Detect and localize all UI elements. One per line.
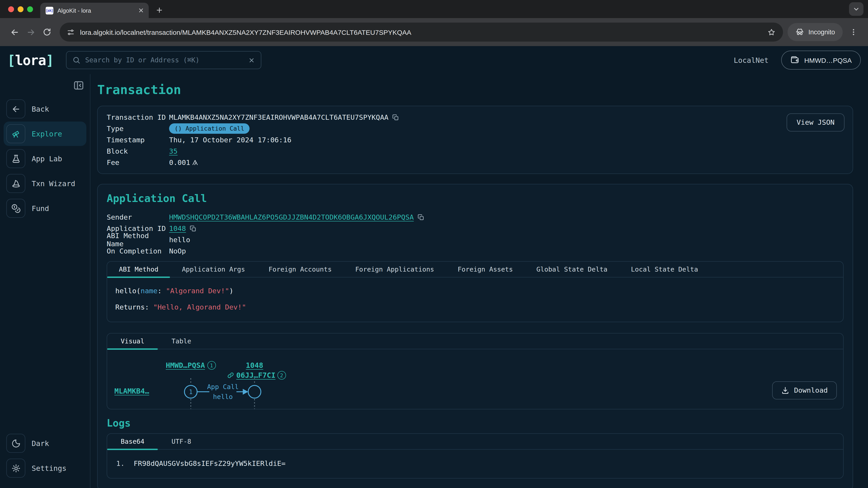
- abi-method-row: ABI Method Name hello: [107, 234, 844, 246]
- copy-icon[interactable]: [417, 214, 425, 221]
- tab-table[interactable]: Table: [158, 333, 205, 349]
- reload-icon[interactable]: [39, 24, 55, 40]
- tab-application-args[interactable]: Application Args: [170, 262, 257, 277]
- log-entry-index: 1.: [116, 459, 125, 468]
- tab-local-state-delta[interactable]: Local State Delta: [619, 262, 710, 277]
- sidebar-item-back[interactable]: Back: [4, 97, 86, 121]
- sidebar-item-fund[interactable]: Fund: [4, 196, 86, 221]
- sidebar-item-theme-toggle[interactable]: Dark: [4, 431, 86, 455]
- tab-global-state-delta[interactable]: Global State Delta: [525, 262, 619, 277]
- coins-icon: [6, 199, 25, 218]
- sidebar-item-txn-wizard[interactable]: Txn Wizard: [4, 171, 86, 196]
- sidebar-item-explore[interactable]: Explore: [4, 122, 86, 146]
- tab-visual[interactable]: Visual: [107, 333, 158, 349]
- abi-method-signature: hello(name: "Algorand Dev!"): [115, 287, 835, 295]
- moon-icon: [6, 434, 25, 453]
- application-id-row: Application ID 1048: [107, 223, 844, 234]
- minimize-window-button[interactable]: [18, 6, 24, 12]
- app-header: [lora] LocalNet HMWD…PQSA: [0, 46, 868, 74]
- incognito-badge: Incognito: [787, 23, 843, 41]
- log-entry-value: FR98dQAUSGVsbG8sIEFsZ29yYW5kIERldiE=: [133, 459, 285, 468]
- sidebar-item-label: Txn Wizard: [32, 179, 75, 188]
- page-title: Transaction: [97, 82, 853, 97]
- wallet-address-short: HMWD…PQSA: [804, 56, 852, 64]
- timestamp-value: Thu, 17 October 2024 17:06:16: [169, 136, 291, 144]
- browser-toolbar: lora.algokit.io/localnet/transaction/MLA…: [0, 18, 868, 46]
- graph-edge-svg: 1 App Call hello: [166, 378, 311, 409]
- app-call-detail-panel: ABI Method Application Args Foreign Acco…: [107, 261, 844, 322]
- close-window-button[interactable]: [8, 6, 14, 12]
- incognito-label: Incognito: [808, 29, 835, 36]
- tab-foreign-applications[interactable]: Foreign Applications: [343, 262, 446, 277]
- transaction-graph: HMWD…PQSA 1 1048 06JJ…F7CI 2: [107, 349, 843, 409]
- tab-foreign-accounts[interactable]: Foreign Accounts: [257, 262, 343, 277]
- telescope-icon: [6, 124, 25, 143]
- tab-favicon: [ak]: [46, 6, 53, 14]
- transaction-summary-card: Transaction ID MLAMKB4ANXZ5NA2XY7ZNF3EAI…: [97, 106, 853, 174]
- lora-logo[interactable]: [lora]: [7, 52, 54, 68]
- application-call-title: Application Call: [107, 193, 844, 204]
- graph-app-id-link[interactable]: 1048: [246, 361, 263, 369]
- address-bar[interactable]: lora.algokit.io/localnet/transaction/MLA…: [60, 23, 783, 41]
- logs-tabs: Base64 UTF-8: [107, 434, 843, 450]
- sidebar-item-label: Fund: [32, 204, 49, 213]
- on-completion-row: On Completion NoOp: [107, 246, 844, 257]
- log-entry: 1. FR98dQAUSGVsbG8sIEFsZ29yYW5kIERldiE=: [107, 450, 843, 478]
- tab-utf8[interactable]: UTF-8: [158, 434, 205, 449]
- graph-txn-row-label: MLAMKB4…: [114, 387, 149, 395]
- search-input[interactable]: [85, 56, 244, 64]
- sidebar-item-label: Settings: [32, 464, 66, 473]
- url-text[interactable]: lora.algokit.io/localnet/transaction/MLA…: [80, 28, 762, 36]
- graph-edge-label-2: hello: [213, 393, 232, 400]
- clear-search-icon[interactable]: [248, 57, 255, 64]
- sidebar: Back Explore App Lab: [0, 74, 90, 488]
- collapse-sidebar-icon[interactable]: [73, 79, 85, 91]
- search-box[interactable]: [66, 51, 261, 69]
- graph-edge-label-1: App Call: [207, 383, 239, 391]
- sender-link[interactable]: HMWDSHQCOPD2T36WBAHLAZ6PO5GDJJZBN4D2TODK…: [169, 213, 414, 221]
- application-call-card: Application Call Sender HMWDSHQCOPD2T36W…: [97, 184, 853, 488]
- site-settings-icon[interactable]: [67, 28, 74, 36]
- back-icon[interactable]: [6, 24, 23, 40]
- graph-sender-link[interactable]: HMWD…PQSA: [166, 361, 205, 369]
- browser-tab[interactable]: [ak] AlgoKit - lora: [40, 3, 149, 18]
- copy-icon[interactable]: [392, 113, 399, 121]
- on-completion-value: NoOp: [169, 247, 186, 255]
- incognito-icon: [795, 28, 804, 37]
- tab-foreign-assets[interactable]: Foreign Assets: [446, 262, 525, 277]
- abi-method-content: hello(name: "Algorand Dev!") Returns: "H…: [107, 278, 843, 322]
- copy-icon[interactable]: [190, 225, 197, 232]
- view-json-button[interactable]: View JSON: [786, 113, 844, 131]
- application-id-link[interactable]: 1048: [169, 224, 186, 232]
- maximize-window-button[interactable]: [27, 6, 33, 12]
- algo-icon: [191, 159, 198, 166]
- new-tab-button[interactable]: [152, 3, 166, 17]
- bookmark-star-icon[interactable]: [767, 28, 776, 36]
- type-row: Type () Application Call: [107, 123, 844, 134]
- type-badge: () Application Call: [169, 123, 250, 134]
- tab-abi-method[interactable]: ABI Method: [107, 262, 170, 277]
- logs-panel: Base64 UTF-8 1. FR98dQAUSGVsbG8sIEFsZ29y…: [107, 433, 844, 479]
- timestamp-row: Timestamp Thu, 17 October 2024 17:06:16: [107, 134, 844, 145]
- sidebar-item-label: Explore: [32, 129, 62, 138]
- tab-search-button[interactable]: [849, 2, 864, 16]
- tab-close-icon[interactable]: [138, 7, 144, 13]
- tab-base64[interactable]: Base64: [107, 434, 158, 449]
- browser-menu-icon[interactable]: [845, 24, 862, 40]
- network-label[interactable]: LocalNet: [734, 56, 769, 64]
- sidebar-item-app-lab[interactable]: App Lab: [4, 147, 86, 171]
- forward-icon[interactable]: [23, 24, 39, 40]
- browser-tab-strip: [ak] AlgoKit - lora: [0, 0, 868, 18]
- graph-app-column-header: 1048: [246, 361, 263, 369]
- window-controls: [0, 0, 40, 18]
- lora-app: [lora] LocalNet HMWD…PQSA: [0, 46, 868, 488]
- tab-title: AlgoKit - lora: [57, 7, 134, 14]
- block-link[interactable]: 35: [169, 147, 178, 155]
- sidebar-item-settings[interactable]: Settings: [4, 456, 86, 480]
- graph-txn-link[interactable]: MLAMKB4…: [114, 387, 149, 395]
- download-button[interactable]: Download: [772, 381, 837, 399]
- download-icon: [781, 386, 789, 394]
- flask-icon: [6, 149, 25, 168]
- main-content: Transaction Transaction ID MLAMKB4ANXZ5N…: [90, 74, 868, 488]
- wallet-button[interactable]: HMWD…PQSA: [781, 51, 861, 70]
